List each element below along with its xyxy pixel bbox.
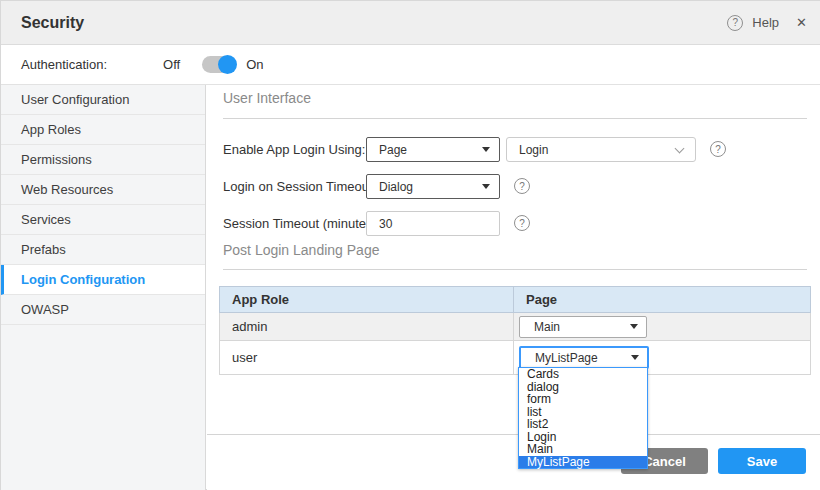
caret-down-icon [482,184,490,189]
column-header-app-role: App Role [220,287,514,313]
page-title: Security [21,14,84,32]
enable-app-login-label: Enable App Login Using: [223,137,365,163]
login-page-value: Login [519,143,548,157]
sidebar-item-prefabs[interactable]: Prefabs [1,235,205,265]
sidebar: User Configuration App Roles Permissions… [1,85,206,490]
divider [223,118,807,119]
dropdown-option-list2[interactable]: list2 [519,418,647,431]
table-header-row: App Role Page [220,287,811,313]
sidebar-item-permissions[interactable]: Permissions [1,145,205,175]
title-bar: Security ? Help ✕ [1,1,820,45]
session-timeout-mode-value: Dialog [379,180,413,194]
sidebar-item-app-roles[interactable]: App Roles [1,115,205,145]
column-header-page: Page [514,287,811,313]
dropdown-option-form[interactable]: form [519,393,647,406]
toggle-off-label: Off [163,57,180,72]
sidebar-item-owasp[interactable]: OWASP [1,295,205,325]
sidebar-item-login-configuration[interactable]: Login Configuration [1,265,205,295]
page-select-admin[interactable]: Main [519,316,647,338]
sidebar-item-user-configuration[interactable]: User Configuration [1,85,205,115]
help-link[interactable]: Help [752,15,779,30]
page-select-dropdown-list: Cards dialog form list list2 Login Main … [518,367,648,469]
help-icon-session-timeout-minutes[interactable]: ? [514,215,530,231]
authentication-toggle[interactable] [202,56,236,73]
save-button[interactable]: Save [718,448,806,474]
login-type-value: Page [379,143,407,157]
dropdown-option-main[interactable]: Main [519,443,647,456]
table-row: user MyListPage [220,341,811,375]
dropdown-option-cards[interactable]: Cards [519,368,647,381]
help-icon-session-timeout-mode[interactable]: ? [514,178,530,194]
footer-divider [207,434,820,435]
section-title-post-login: Post Login Landing Page [223,242,379,258]
toggle-on-label: On [246,57,263,72]
authentication-bar: Authentication: Off On [1,45,820,85]
table-row: admin Main [220,313,811,341]
section-title-user-interface: User Interface [223,90,311,106]
session-timeout-minutes-input[interactable] [366,211,500,236]
toggle-knob-icon [218,55,237,74]
help-icon-enable-login[interactable]: ? [710,141,726,157]
session-timeout-mode-label: Login on Session Timeout: [223,174,376,200]
caret-down-icon [630,324,638,329]
landing-page-table: App Role Page admin Main user MyListPage [219,286,811,375]
divider [223,269,807,270]
page-select-admin-value: Main [534,320,560,334]
close-icon[interactable]: ✕ [796,15,807,30]
session-timeout-minutes-label: Session Timeout (minutes): [223,211,381,237]
page-select-user-value: MyListPage [535,351,598,365]
page-select-user[interactable]: MyListPage [519,346,649,369]
app-role-cell-user: user [220,341,514,375]
chevron-down-icon [675,144,685,154]
sidebar-item-web-resources[interactable]: Web Resources [1,175,205,205]
help-circle-icon[interactable]: ? [727,15,743,31]
caret-down-icon [631,355,639,360]
dropdown-option-mylistpage[interactable]: MyListPage [519,456,647,469]
security-dialog: Security ? Help ✕ Authentication: Off On… [0,0,820,490]
caret-down-icon [482,147,490,152]
login-page-combobox[interactable]: Login [506,137,696,162]
sidebar-item-services[interactable]: Services [1,205,205,235]
session-timeout-mode-select[interactable]: Dialog [366,174,500,199]
main-content: User Interface Enable App Login Using: P… [207,85,820,490]
app-role-cell-admin: admin [220,313,514,341]
login-type-select[interactable]: Page [366,137,500,162]
authentication-label: Authentication: [21,57,107,72]
